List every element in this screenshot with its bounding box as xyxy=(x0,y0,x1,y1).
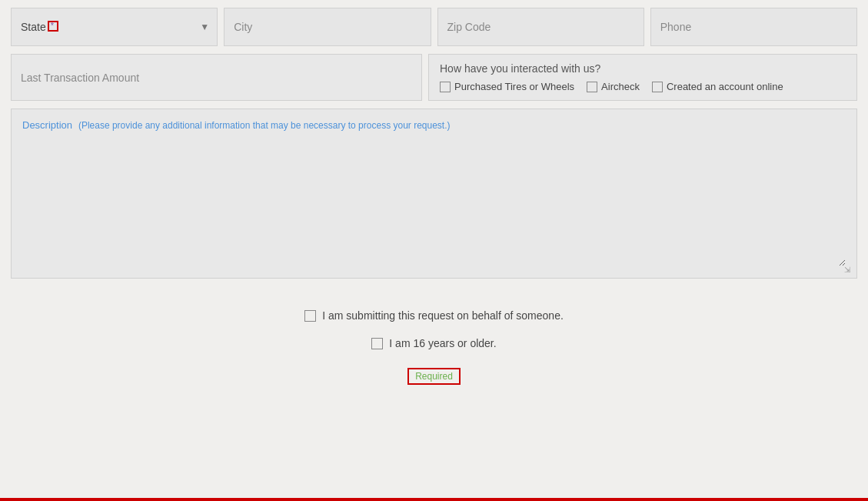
behalf-checkbox[interactable] xyxy=(304,310,316,322)
bottom-red-line xyxy=(0,498,868,501)
interaction-checkboxes: Purchased Tires or Wheels Aircheck Creat… xyxy=(440,81,846,92)
city-label: City xyxy=(234,21,252,33)
behalf-label: I am submitting this request on behalf o… xyxy=(322,309,564,322)
page-wrapper: State ▼ City Zip Code Phone Last Transac… xyxy=(0,0,868,392)
address-fields-row: State ▼ City Zip Code Phone xyxy=(11,8,857,46)
transaction-label: Last Transaction Amount xyxy=(21,72,139,84)
account-checkbox[interactable] xyxy=(652,82,663,92)
aircheck-checkbox[interactable] xyxy=(587,82,597,92)
checkbox-account[interactable]: Created an account online xyxy=(652,81,783,92)
description-box: Description (Please provide any addition… xyxy=(11,109,857,279)
resize-handle[interactable]: ⇲ xyxy=(844,266,853,275)
purchased-checkbox[interactable] xyxy=(440,82,451,92)
phone-label: Phone xyxy=(660,21,691,33)
behalf-checkbox-row[interactable]: I am submitting this request on behalf o… xyxy=(304,309,564,322)
description-title: Description xyxy=(22,119,72,131)
zip-field[interactable]: Zip Code xyxy=(437,8,644,46)
checkbox-aircheck[interactable]: Aircheck xyxy=(587,81,640,92)
interaction-box: How have you interacted with us? Purchas… xyxy=(428,54,857,101)
aircheck-label: Aircheck xyxy=(601,81,640,92)
state-dropdown-arrow[interactable]: ▼ xyxy=(200,22,209,32)
description-textarea[interactable] xyxy=(22,135,846,266)
interaction-title: How have you interacted with us? xyxy=(440,62,846,75)
state-label: State xyxy=(21,21,46,33)
phone-field[interactable]: Phone xyxy=(650,8,857,46)
age-checkbox[interactable] xyxy=(371,338,383,349)
required-badge: Required xyxy=(407,368,461,385)
purchased-label: Purchased Tires or Wheels xyxy=(454,81,574,92)
transaction-amount-field[interactable]: Last Transaction Amount xyxy=(11,54,422,101)
transaction-interaction-row: Last Transaction Amount How have you int… xyxy=(11,54,857,101)
city-field[interactable]: City xyxy=(224,8,431,46)
bottom-section: I am submitting this request on behalf o… xyxy=(11,286,857,385)
age-label: I am 16 years or older. xyxy=(389,337,496,349)
state-field[interactable]: State ▼ xyxy=(11,8,218,46)
checkbox-purchased[interactable]: Purchased Tires or Wheels xyxy=(440,81,574,92)
account-label: Created an account online xyxy=(667,81,783,92)
state-required-marker xyxy=(48,21,58,32)
age-checkbox-row[interactable]: I am 16 years or older. xyxy=(371,337,496,349)
zip-label: Zip Code xyxy=(447,21,491,33)
description-hint: (Please provide any additional informati… xyxy=(78,120,451,131)
